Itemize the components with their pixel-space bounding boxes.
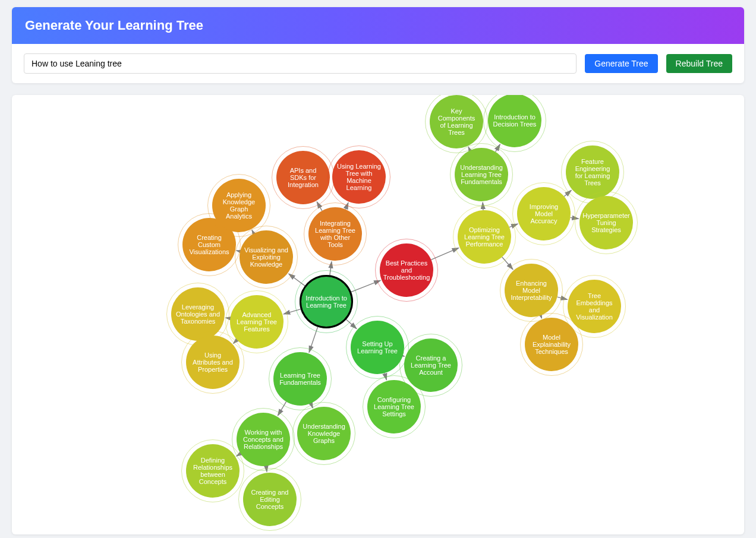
tree-edge: [330, 262, 332, 276]
tree-node-label: Advanced Learning Tree Features: [235, 311, 279, 333]
tree-node-enh_interp[interactable]: Enhancing Model Interpretability: [505, 264, 558, 317]
tree-node-label: Integrating Learning Tree with Other Too…: [313, 220, 357, 248]
tree-node-label: Enhancing Model Interpretability: [509, 280, 553, 301]
tree-edge: [571, 217, 579, 219]
tree-node-label: Configuring Learning Tree Settings: [372, 396, 416, 417]
tree-node-label: Introduction to Learning Tree: [304, 295, 348, 309]
tree-edge: [502, 257, 513, 270]
tree-node-label: Understanding Learning Tree Fundamentals: [459, 164, 503, 185]
tree-node-intro_dt[interactable]: Introduction to Decision Trees: [488, 95, 541, 147]
tree-node-opt_perf[interactable]: Optimizing Learning Tree Performance: [458, 210, 511, 264]
tree-node-label: Using Attributes and Properties: [191, 352, 235, 373]
tree-node-hyper[interactable]: Hyperparameter Tuning Strategies: [579, 196, 633, 249]
tree-edge: [237, 454, 241, 456]
tree-node-config[interactable]: Configuring Learning Tree Settings: [367, 380, 421, 433]
tree-node-label: Setting Up Learning Tree: [355, 340, 399, 355]
tree-node-label: Best Practices and Troubleshooting: [383, 259, 430, 281]
tree-node-intro[interactable]: Introduction to Learning Tree: [300, 275, 353, 328]
tree-edge: [345, 202, 348, 209]
tree-edge: [541, 315, 542, 318]
tree-node-label: Working with Concepts and Relationships: [241, 429, 285, 450]
tree-canvas[interactable]: Introduction to Learning TreeBest Practi…: [12, 95, 744, 534]
tree-node-create_acct[interactable]: Creating a Learning Tree Account: [404, 338, 458, 392]
tree-edge: [557, 297, 568, 299]
tree-node-work_concepts[interactable]: Working with Concepts and Relationships: [237, 413, 290, 466]
tree-edge: [496, 144, 500, 152]
tree-edge: [564, 191, 571, 197]
tree-node-label: Creating a Learning Tree Account: [409, 355, 453, 376]
topic-input[interactable]: [24, 53, 577, 74]
tree-edge: [289, 274, 305, 286]
tree-node-feat_eng[interactable]: Feature Engineering for Learning Trees: [566, 145, 619, 199]
tree-node-label: Understanding Knowledge Graphs: [302, 423, 346, 444]
tree-node-und_fund[interactable]: Understanding Learning Tree Fundamentals: [455, 148, 508, 201]
tree-node-model_exp[interactable]: Model Explainability Techniques: [525, 318, 578, 371]
tree-node-label: Model Explainability Techniques: [530, 334, 574, 355]
tree-node-lev_ont[interactable]: Leveraging Ontologies and Taxonomies: [171, 287, 225, 341]
tree-node-label: APIs and SDKs for Integration: [281, 167, 325, 188]
tree-edge: [309, 327, 318, 353]
tree-node-apply_kga[interactable]: Applying Knowledge Graph Analytics: [212, 179, 266, 232]
tree-node-imp_acc[interactable]: Improving Model Accuracy: [517, 187, 571, 240]
tree-edge: [234, 340, 237, 343]
tree-node-label: Visualizing and Exploiting Knowledge: [244, 246, 288, 268]
tree-node-label: Improving Model Accuracy: [522, 203, 566, 224]
tree-edge: [483, 202, 483, 210]
tree-edge: [346, 319, 357, 329]
tree-node-use_attr[interactable]: Using Attributes and Properties: [186, 336, 240, 389]
tree-edge: [317, 202, 322, 211]
tree-node-use_ml[interactable]: Using Learning Tree with Machine Learnin…: [332, 150, 386, 204]
tree-node-label: Tree Embeddings and Visualization: [572, 292, 616, 321]
tree-node-label: Hyperparameter Tuning Strategies: [582, 212, 629, 233]
tree-node-label: Feature Engineering for Learning Trees: [571, 158, 615, 186]
tree-edge: [311, 403, 313, 408]
rebuild-button[interactable]: Rebuild Tree: [666, 54, 732, 73]
tree-node-advanced[interactable]: Advanced Learning Tree Features: [230, 295, 284, 349]
tree-node-key_comp[interactable]: Key Components of Learning Trees: [430, 95, 483, 148]
tree-node-label: Optimizing Learning Tree Performance: [462, 226, 506, 248]
tree-edge: [226, 318, 231, 318]
tree-node-tree_emb[interactable]: Tree Embeddings and Visualization: [568, 280, 621, 333]
tree-node-label: Creating and Editing Concepts: [248, 489, 292, 510]
tree-node-label: Learning Tree Fundamentals: [278, 372, 322, 386]
generate-button[interactable]: Generate Tree: [585, 54, 657, 73]
tree-node-fundamentals[interactable]: Learning Tree Fundamentals: [273, 352, 327, 406]
tree-node-setup[interactable]: Setting Up Learning Tree: [351, 321, 404, 374]
tree-node-apis[interactable]: APIs and SDKs for Integration: [276, 151, 330, 204]
tree-node-def_rel[interactable]: Defining Relationships between Concepts: [186, 444, 240, 498]
tree-node-label: Defining Relationships between Concepts: [191, 457, 235, 485]
controls-row: Generate Tree Rebuild Tree: [12, 44, 744, 83]
tree-edge: [266, 466, 267, 472]
tree-node-label: Applying Knowledge Graph Analytics: [217, 191, 261, 220]
tree-edge: [431, 248, 458, 259]
tree-node-label: Using Learning Tree with Machine Learnin…: [337, 163, 381, 191]
tree-node-best[interactable]: Best Practices and Troubleshooting: [380, 243, 433, 297]
tree-edge: [351, 280, 380, 292]
card-title: Generate Your Learning Tree: [12, 7, 744, 44]
tree-node-und_graphs[interactable]: Understanding Knowledge Graphs: [297, 407, 351, 460]
tree-edge: [278, 401, 286, 415]
tree-node-label: Leveraging Ontologies and Taxonomies: [176, 303, 220, 325]
tree-edge: [403, 356, 405, 356]
tree-node-integrate[interactable]: Integrating Learning Tree with Other Too…: [308, 207, 362, 261]
tree-node-label: Introduction to Decision Trees: [493, 113, 537, 128]
tree-node-label: Key Components of Learning Trees: [434, 107, 478, 136]
tree-node-create_edit[interactable]: Creating and Editing Concepts: [243, 473, 297, 526]
tree-edge: [385, 373, 386, 379]
input-card: Generate Your Learning Tree Generate Tre…: [12, 7, 744, 83]
tree-edge: [509, 224, 518, 227]
tree-edge: [284, 309, 301, 314]
tree-node-label: Creating Custom Visualizations: [187, 234, 231, 255]
tree-node-viz_exploit[interactable]: Visualizing and Exploiting Knowledge: [240, 230, 293, 284]
